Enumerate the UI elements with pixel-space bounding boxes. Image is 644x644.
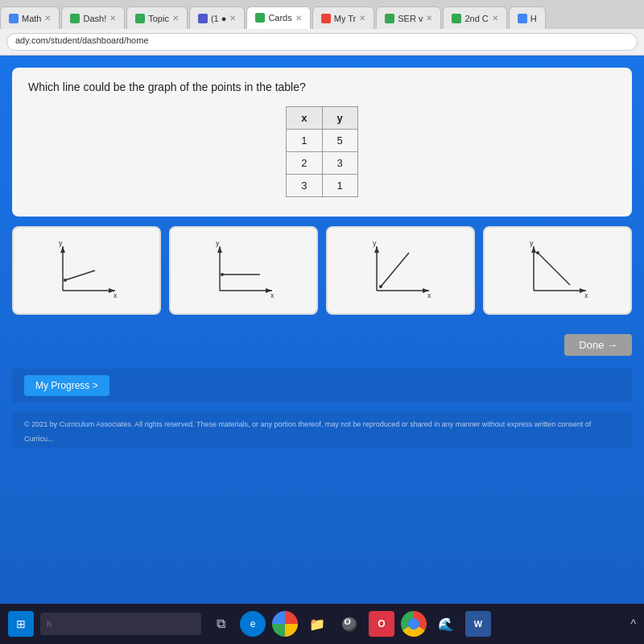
tab-h[interactable]: H: [509, 6, 546, 29]
question-card: Which line could be the graph of the poi…: [12, 68, 632, 217]
taskbar-chrome-icon[interactable]: [272, 611, 298, 637]
tab-math-label: Math: [22, 14, 41, 23]
address-bar: ady.com/student/dashboard/home: [0, 29, 644, 55]
answer-option-b[interactable]: y x: [169, 226, 318, 315]
tab-cards-close[interactable]: ✕: [295, 14, 302, 23]
tab-2ndc-close[interactable]: ✕: [492, 14, 498, 23]
svg-text:y: y: [59, 239, 63, 247]
tab-teams-label: (1 ●: [211, 14, 226, 23]
graph-d: y x: [522, 238, 594, 303]
cell-x2: 2: [287, 152, 322, 175]
taskbar-ball-icon[interactable]: 🎱: [336, 611, 362, 637]
graph-b: y x: [208, 238, 280, 303]
col-header-x: x: [287, 107, 322, 130]
answer-option-a[interactable]: y x: [12, 226, 161, 315]
taskbar: ⊞ ⧉ e 📁 🎱 O 🌊 W ^: [0, 604, 644, 644]
cell-x1: 1: [287, 130, 322, 152]
tab-serv-label: SER v: [398, 14, 423, 23]
svg-text:x: x: [114, 291, 118, 299]
svg-point-15: [221, 273, 224, 276]
svg-line-22: [381, 253, 409, 287]
main-content: Which line could be the graph of the poi…: [0, 56, 644, 605]
tab-teams[interactable]: (1 ● ✕: [189, 6, 245, 29]
tab-dash-icon: [70, 14, 80, 23]
address-input[interactable]: ady.com/student/dashboard/home: [6, 33, 638, 51]
tab-dash[interactable]: Dash! ✕: [61, 6, 125, 29]
taskbar-right: ^: [630, 617, 636, 630]
answer-option-c[interactable]: y x: [326, 226, 475, 315]
graph-c: y x: [365, 238, 437, 303]
copyright-bar: © 2021 by Curriculum Associates. All rig…: [12, 412, 632, 448]
svg-point-23: [379, 285, 382, 288]
tab-h-label: H: [530, 14, 537, 23]
chevron-up-icon[interactable]: ^: [630, 617, 636, 630]
svg-text:y: y: [373, 239, 377, 247]
taskbar-office-icon[interactable]: O: [369, 611, 394, 637]
tab-math-close[interactable]: ✕: [44, 14, 51, 23]
tab-serv-icon: [385, 14, 394, 23]
question-text: Which line could be the graph of the poi…: [28, 80, 616, 93]
taskbar-edge2-icon[interactable]: 🌊: [433, 611, 459, 637]
tab-cards-label: Cards: [268, 13, 291, 23]
tab-2ndc-icon: [452, 14, 461, 23]
cell-y2: 3: [322, 152, 357, 175]
table-row: 2 3: [287, 152, 357, 175]
data-table: x y 1 5 2 3 3 1: [286, 106, 357, 197]
svg-line-30: [538, 253, 570, 285]
my-progress-button[interactable]: My Progress >: [24, 375, 109, 396]
svg-text:y: y: [530, 239, 534, 247]
tab-mytr-label: My Tr: [334, 14, 357, 23]
copyright-text: © 2021 by Curriculum Associates. All rig…: [24, 420, 591, 443]
svg-marker-10: [217, 246, 222, 253]
svg-marker-2: [60, 246, 65, 253]
taskbar-chrome2-icon[interactable]: [401, 611, 427, 637]
tab-2ndc[interactable]: 2nd C ✕: [443, 6, 506, 29]
tab-cards[interactable]: Cards ✕: [246, 6, 310, 29]
answer-option-d[interactable]: y x: [483, 226, 632, 315]
tab-teams-close[interactable]: ✕: [229, 14, 236, 23]
tab-math-icon: [9, 14, 19, 23]
tab-topic-close[interactable]: ✕: [172, 14, 179, 23]
tab-teams-icon: [198, 14, 208, 23]
tab-mytr[interactable]: My Tr ✕: [312, 6, 375, 29]
tab-mytr-close[interactable]: ✕: [359, 14, 365, 23]
tab-topic[interactable]: Topic ✕: [126, 6, 188, 29]
tab-2ndc-label: 2nd C: [464, 14, 488, 23]
table-row: 3 1: [287, 175, 357, 197]
table-wrapper: x y 1 5 2 3 3 1: [28, 106, 616, 197]
cell-y1: 5: [322, 130, 357, 152]
address-text: ady.com/student/dashboard/home: [15, 35, 149, 45]
svg-text:x: x: [427, 291, 431, 299]
taskbar-edge-icon[interactable]: e: [240, 611, 266, 637]
tab-topic-label: Topic: [148, 14, 169, 23]
tab-dash-label: Dash!: [83, 14, 106, 23]
taskbar-folder-icon[interactable]: 📁: [304, 611, 330, 637]
cell-x3: 3: [287, 175, 322, 197]
col-header-y: y: [322, 107, 357, 130]
graph-a: y x: [51, 238, 123, 303]
taskbar-start-icon[interactable]: ⊞: [8, 611, 34, 637]
taskbar-search-input[interactable]: [40, 613, 201, 635]
tab-cards-icon: [255, 13, 265, 23]
svg-line-6: [65, 270, 95, 280]
svg-text:x: x: [584, 291, 588, 299]
browser-chrome: Math ✕ Dash! ✕ Topic ✕ (1 ● ✕ Cards ✕ My…: [0, 0, 644, 56]
taskbar-task-view[interactable]: ⧉: [208, 611, 233, 637]
table-row: 1 5: [287, 130, 357, 152]
done-button[interactable]: Done →: [564, 334, 632, 356]
tab-serv[interactable]: SER v ✕: [376, 6, 441, 29]
tab-topic-icon: [135, 14, 145, 23]
svg-text:x: x: [270, 291, 275, 299]
cell-y3: 1: [322, 175, 357, 197]
tab-dash-close[interactable]: ✕: [109, 14, 116, 23]
tab-bar: Math ✕ Dash! ✕ Topic ✕ (1 ● ✕ Cards ✕ My…: [0, 0, 644, 29]
taskbar-word-icon[interactable]: W: [465, 611, 491, 637]
tab-math[interactable]: Math ✕: [0, 6, 60, 29]
tab-mytr-icon: [321, 14, 331, 23]
svg-marker-26: [531, 246, 536, 253]
tab-serv-close[interactable]: ✕: [426, 14, 432, 23]
svg-text:y: y: [216, 239, 220, 247]
footer-progress: My Progress >: [12, 369, 632, 402]
done-area: Done →: [12, 331, 632, 359]
answer-options: y x y x: [12, 226, 632, 315]
